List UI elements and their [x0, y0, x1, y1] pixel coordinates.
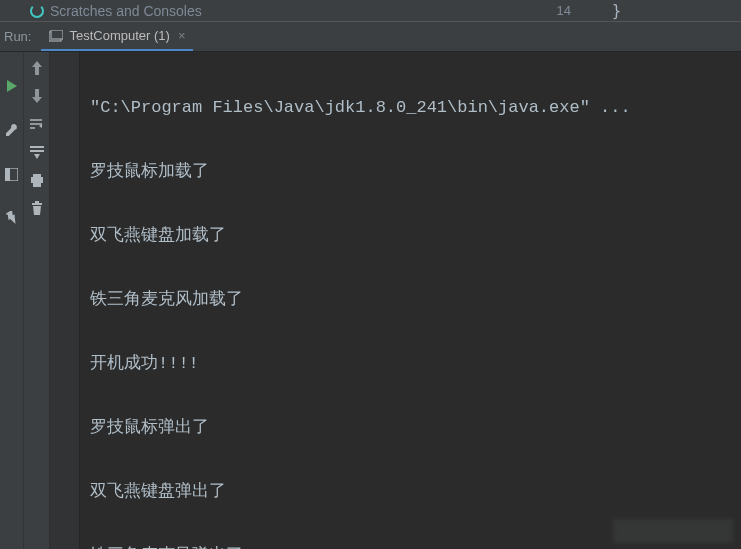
run-side-toolbar: [24, 52, 50, 549]
run-tab[interactable]: TestComputer (1) ×: [41, 22, 193, 51]
console-line: 铁三角麦克风加载了: [90, 284, 731, 316]
pin-icon[interactable]: [2, 208, 22, 228]
svg-rect-3: [5, 168, 10, 181]
scroll-to-end-icon[interactable]: [27, 142, 47, 162]
svg-rect-8: [33, 182, 41, 187]
watermark-smudge: [613, 519, 733, 543]
layout-icon[interactable]: [2, 164, 22, 184]
run-icon[interactable]: [2, 76, 22, 96]
run-config-icon: [49, 30, 63, 42]
console-output[interactable]: "C:\Program Files\Java\jdk1.8.0_241\bin\…: [80, 52, 741, 549]
wrench-icon[interactable]: [2, 120, 22, 140]
console-line: 罗技鼠标弹出了: [90, 412, 731, 444]
command-line: "C:\Program Files\Java\jdk1.8.0_241\bin\…: [90, 92, 731, 124]
run-label: Run:: [0, 29, 41, 44]
svg-rect-1: [51, 30, 63, 39]
svg-rect-9: [32, 203, 42, 205]
code-brace: }: [612, 2, 621, 20]
console-line: 双飞燕键盘弹出了: [90, 476, 731, 508]
console-line: 罗技鼠标加载了: [90, 156, 731, 188]
run-tab-title: TestComputer (1): [69, 28, 169, 43]
console-line: 双飞燕键盘加载了: [90, 220, 731, 252]
console-gutter: [50, 52, 80, 549]
run-toolwindow-header: Run: TestComputer (1) ×: [0, 22, 741, 52]
soft-wrap-icon[interactable]: [27, 114, 47, 134]
scratches-icon: [30, 4, 44, 18]
close-icon[interactable]: ×: [178, 28, 186, 43]
project-tree-row: Scratches and Consoles 14 }: [0, 0, 741, 22]
scroll-up-icon[interactable]: [27, 58, 47, 78]
console-line: 开机成功!!!!: [90, 348, 731, 380]
trash-icon[interactable]: [27, 198, 47, 218]
svg-rect-10: [35, 201, 39, 203]
svg-rect-5: [30, 150, 44, 152]
far-left-toolbar: [0, 52, 24, 549]
line-number: 14: [557, 3, 571, 18]
run-toolwindow-body: "C:\Program Files\Java\jdk1.8.0_241\bin\…: [0, 52, 741, 549]
scroll-down-icon[interactable]: [27, 86, 47, 106]
svg-rect-6: [33, 174, 41, 177]
print-icon[interactable]: [27, 170, 47, 190]
scratches-label[interactable]: Scratches and Consoles: [50, 3, 202, 19]
svg-rect-4: [30, 146, 44, 148]
